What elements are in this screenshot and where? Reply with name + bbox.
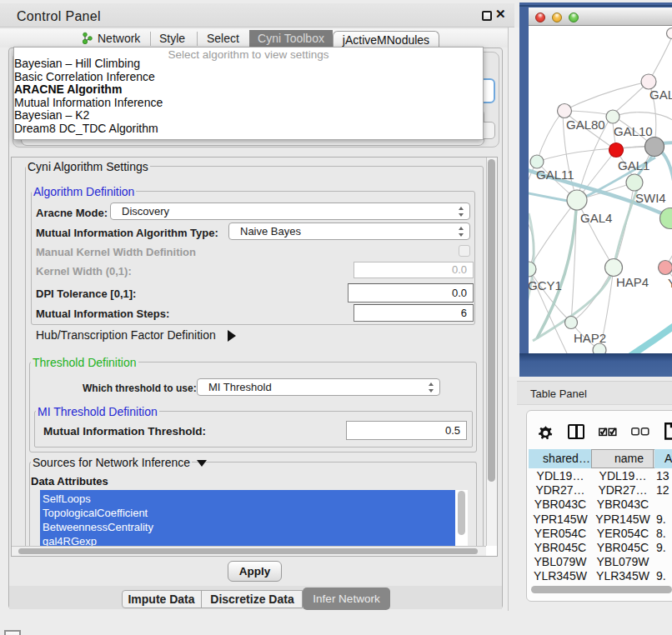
svg-text:GAL1: GAL1 <box>618 158 649 172</box>
svg-text:GCY1: GCY1 <box>529 278 562 292</box>
svg-text:HAP4: HAP4 <box>616 275 649 289</box>
svg-text:GAL10: GAL10 <box>614 124 653 138</box>
svg-text:GAL80: GAL80 <box>566 118 605 132</box>
svg-text:GAL: GAL <box>649 88 672 102</box>
svg-text:Y: Y <box>668 276 672 290</box>
svg-text:HAP2: HAP2 <box>574 331 606 345</box>
svg-text:GAL11: GAL11 <box>536 168 574 182</box>
svg-text:SWI4: SWI4 <box>635 191 666 205</box>
svg-text:GAL4: GAL4 <box>580 211 612 225</box>
